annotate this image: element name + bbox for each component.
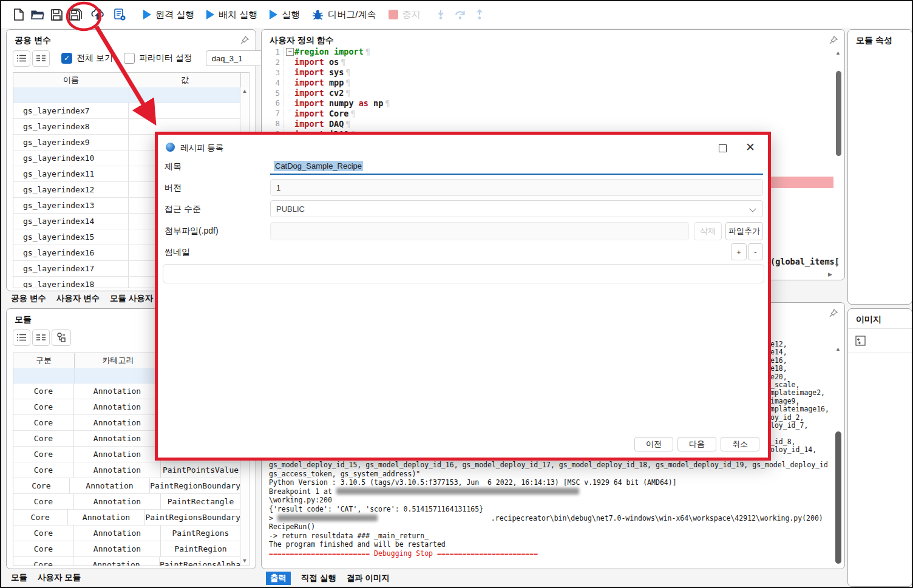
parameter-setting-checkbox[interactable] [124,53,135,64]
detail-view-icon[interactable] [32,50,50,67]
module-row[interactable]: CoreAnnotationPaintPointsValue [13,462,240,478]
open-folder-icon[interactable] [30,7,46,22]
module-row[interactable]: CoreAnnotationPaintRegions [13,525,240,541]
debug-continue-button[interactable]: 디버그/계속 [312,9,376,21]
remote-run-button[interactable]: 원격 실행 [143,9,194,21]
list-view-icon[interactable] [13,329,30,346]
scroll-down-icon[interactable]: ▼ [240,557,249,564]
debug-icon [312,9,324,21]
version-input[interactable]: 1 [270,179,763,196]
output-lines: gs_model_deploy_id_15, gs_model_deploy_i… [269,461,827,558]
save-all-icon[interactable] [67,7,83,22]
app-window: 원격 실행 배치 실행 실행 디버그/계속 중지 공용 변수 [0,0,913,588]
flow-view-icon[interactable] [52,329,71,346]
output-line: -> return resultdata ### _main_return_ [269,532,827,541]
close-icon[interactable]: ✕ [740,138,761,155]
tab-output[interactable]: 출력 [266,572,291,585]
access-level-value: PUBLIC [276,204,305,214]
maximize-button[interactable] [712,141,733,155]
thumbnail-area[interactable] [163,264,764,283]
maximize-icon [719,144,727,152]
access-level-select[interactable]: PUBLIC [270,200,763,217]
column-header-category: 카테고리 [75,353,162,368]
variable-row[interactable]: gs_layerindex7 [13,103,240,119]
tab-user-module[interactable]: 사용자 모듈 [38,572,81,583]
attachment-input[interactable] [270,222,689,240]
tab-module[interactable]: 모듈 [11,572,27,583]
remote-run-label: 원격 실행 [155,9,194,21]
code-line[interactable]: 8import DAQ¶ [266,118,831,129]
save-icon[interactable] [49,7,64,22]
dialog-title: 레시피 등록 [180,143,223,154]
detail-view-icon[interactable] [32,329,50,346]
image-tool-icon[interactable] [855,336,866,346]
view-all-checkbox[interactable]: ✓ [61,53,72,64]
panel-title: 모듈 속성 [856,35,892,46]
title-input[interactable]: CatDog_Sample_Recipe [270,158,763,175]
thumbnail-add-button[interactable]: + [731,243,747,260]
variables-tab-bar: 공용 변수 사용자 변수 모듈 사용자 변수 [11,292,172,305]
tab-common-variables[interactable]: 공용 변수 [11,293,46,304]
scroll-down-icon[interactable]: ▼ [834,262,840,269]
code-line[interactable]: 4import mpp¶ [266,78,831,88]
panel-title: 공용 변수 [15,35,51,46]
batch-run-button[interactable]: 배치 실행 [206,9,257,21]
previous-button[interactable]: 이전 [634,437,673,451]
code-line[interactable]: 7import Core¶ [266,108,831,118]
module-row[interactable]: CoreAnnotationPaintRegionBoundary [13,478,240,494]
code-line[interactable]: 2import os¶ [266,57,831,67]
column-header-name: 이름 [13,73,129,87]
list-view-icon[interactable] [13,50,30,67]
stop-button: 중지 [389,9,421,21]
code-line[interactable]: 5import cv2¶ [266,88,831,98]
panel-title: 모듈 [15,314,32,325]
selected-empty-row[interactable] [13,87,240,103]
module-row[interactable]: CoreAnnotationPaintRectangle [13,494,240,510]
output-line: gs_access_token, gs_system_address)" [269,470,827,479]
output-scrollbar-thumb[interactable] [835,431,841,564]
run-button[interactable]: 실행 [270,9,300,21]
module-row[interactable]: CoreAnnotationPaintRegionsBoundary [13,510,240,525]
scroll-up-icon[interactable]: ▲ [835,49,841,56]
variables-table-header: 이름 값 [13,73,249,88]
tab-direct-run[interactable]: 직접 실행 [301,573,336,584]
play-icon [143,10,151,19]
scroll-right-icon[interactable]: ▶ [828,271,832,278]
cancel-button[interactable]: 취소 [721,437,759,451]
run-label: 실행 [282,9,300,21]
output-line: Python Version : 3.10.5 (tags/v3.10.5:f3… [269,478,827,487]
module-toolbar [13,329,73,346]
module-tab-bar: 모듈 사용자 모듈 [11,572,81,584]
view-all-label: 전체 보기 [76,53,113,64]
code-line[interactable]: 6import numpy as np¶ [266,98,831,108]
column-header-type: 구분 [13,353,75,368]
batch-run-label: 배치 실행 [219,9,257,21]
pin-icon[interactable] [240,35,249,45]
module-properties-panel: 모듈 속성 [847,29,912,305]
scroll-up-icon[interactable]: ▲ [240,87,249,95]
module-row[interactable]: CoreAnnotationPaintRegionsAlpha [13,557,240,566]
thumbnail-remove-button[interactable]: - [748,243,763,260]
redacted-text [277,515,378,521]
code-line[interactable]: 1−#region import¶ [266,47,831,57]
pin-icon[interactable] [829,308,838,318]
variable-group-value: daq_3_1 [212,54,243,63]
code-line[interactable]: 3import sys¶ [266,67,831,78]
scroll-up-icon[interactable]: ▲ [835,345,841,353]
version-value: 1 [276,183,280,192]
add-file-button[interactable]: 파일추가 [725,222,763,240]
script-settings-icon[interactable] [112,7,127,22]
step-out-icon [475,9,484,20]
recipe-register-dialog: 레시피 등록 ✕ 제목 CatDog_Sample_Recipe 버전 1 접근… [155,132,771,461]
next-button[interactable]: 다음 [677,437,716,451]
tab-result-image[interactable]: 결과 이미지 [347,573,390,584]
pin-icon[interactable] [829,35,838,45]
breakpoint-highlight [769,177,833,188]
module-row[interactable]: CoreAnnotationPaintRegion [13,541,240,557]
publish-icon[interactable] [90,7,106,22]
play-icon [206,10,214,19]
new-file-icon[interactable] [11,7,27,22]
code-scrollbar-thumb[interactable] [836,71,841,156]
tab-user-variables[interactable]: 사용자 변수 [56,293,100,304]
output-line: Breakpoint 1 at [269,487,827,496]
